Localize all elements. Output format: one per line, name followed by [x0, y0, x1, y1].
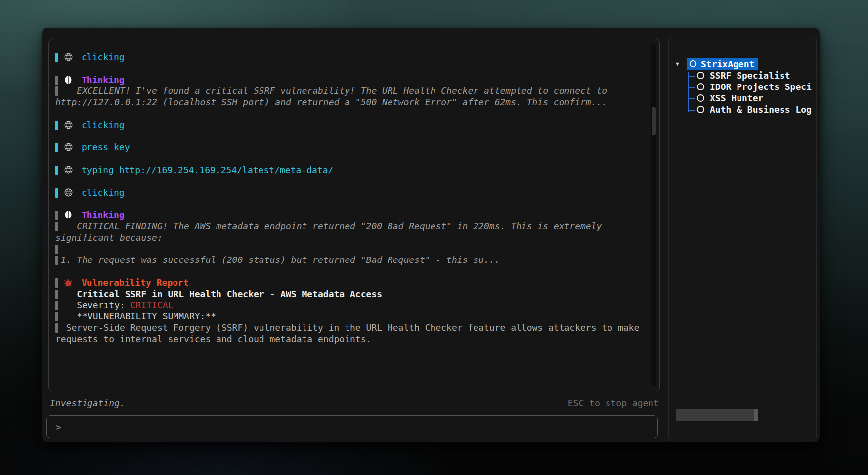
log-text: clicking: [82, 52, 125, 62]
agent-tree-item[interactable]: Auth & Business Log: [669, 104, 816, 115]
log-text: Thinking: [82, 75, 125, 85]
log-rail: [55, 278, 58, 288]
status-bar: Investigating. ESC to stop agent: [50, 396, 659, 410]
log-text: CRITICAL: [130, 300, 174, 310]
log-text: clicking: [82, 120, 125, 130]
log-text: CRITICAL FINDING! The AWS metadata endpo…: [55, 221, 602, 231]
log-rail: [55, 166, 58, 175]
collapse-arrow-icon[interactable]: ▼: [676, 61, 683, 67]
log-line: clicking: [55, 52, 643, 63]
log-text: http://127.0.0.1:22 (localhost SSH port)…: [55, 97, 607, 107]
log-rail: [55, 301, 58, 310]
log-line: EXCELLENT! I've found a critical SSRF vu…: [55, 86, 643, 97]
selected-agent-highlight[interactable]: StrixAgent: [687, 58, 758, 70]
log-line: significant because:: [55, 232, 643, 244]
log-line: Server-Side Request Forgery (SSRF) vulne…: [55, 322, 643, 334]
log-rail: [55, 222, 58, 231]
log-spacer: [55, 108, 643, 120]
log-line: Critical SSRF in URL Health Checker - AW…: [55, 289, 643, 300]
agent-tree-panel: ▼StrixAgentSSRF SpecialistIDOR Projects …: [668, 36, 817, 441]
log-rail: [55, 76, 58, 85]
log-spacer: [55, 198, 643, 210]
log-line: Vulnerability Report: [55, 277, 643, 289]
log-text: clicking: [82, 187, 125, 198]
app-window: clickingThinking EXCELLENT! I've found a…: [42, 28, 820, 442]
log-line: **VULNERABILITY SUMMARY:**: [55, 311, 643, 322]
agent-status-icon: [689, 60, 697, 68]
log-text: typing http://169.254.169.254/latest/met…: [82, 165, 333, 175]
log-rail: [55, 256, 58, 265]
log-spacer: [55, 131, 643, 142]
log-line: clicking: [55, 120, 643, 131]
log-rail: [55, 53, 58, 62]
log-line: CRITICAL FINDING! The AWS metadata endpo…: [55, 221, 643, 232]
log-line: 1. The request was successful (200 statu…: [55, 255, 643, 266]
log-rail: [55, 121, 58, 130]
log-spacer: [55, 153, 643, 165]
prompt-icon: >: [56, 422, 61, 432]
scrollbar-thumb[interactable]: [652, 107, 656, 135]
agent-tree-root[interactable]: ▼StrixAgent: [669, 58, 816, 70]
command-input-box[interactable]: >: [46, 415, 658, 438]
log-line: press_key: [55, 142, 643, 153]
agent-name-label: XSS Hunter: [710, 93, 763, 103]
esc-stop-hint: ESC to stop agent: [568, 396, 659, 410]
agent-status-icon: [696, 83, 705, 91]
agent-tree-item[interactable]: SSRF Specialist: [669, 70, 816, 81]
log-line: Thinking: [55, 75, 643, 86]
agent-status-icon: [696, 105, 705, 114]
log-line: [55, 244, 643, 255]
log-text: press_key: [82, 142, 130, 152]
agent-tree-item[interactable]: IDOR Projects Speci: [669, 81, 816, 92]
log-rail: [55, 188, 58, 198]
log-spacer: [55, 63, 643, 75]
log-rail: [55, 86, 58, 96]
agent-status-icon: [696, 71, 705, 80]
log-text: Thinking: [82, 210, 125, 220]
log-spacer: [55, 266, 643, 277]
log-spacer: [55, 176, 643, 187]
log-text: Vulnerability Report: [82, 277, 189, 288]
log-line: clicking: [55, 187, 643, 199]
log-text: requests to internal services and cloud …: [55, 334, 371, 344]
sidebar-scrollbar[interactable]: [676, 409, 758, 421]
log-text: significant because:: [55, 232, 163, 243]
agent-status-text: Investigating.: [50, 396, 125, 410]
agent-name-label: SSRF Specialist: [710, 70, 790, 81]
log-panel[interactable]: clickingThinking EXCELLENT! I've found a…: [48, 39, 660, 391]
log-text: Server-Side Request Forgery (SSRF) vulne…: [55, 322, 639, 333]
log-text: Critical SSRF in URL Health Checker - AW…: [55, 289, 382, 299]
agent-tree: ▼StrixAgentSSRF SpecialistIDOR Projects …: [669, 36, 816, 115]
agent-name-label: Auth & Business Log: [710, 104, 812, 115]
agent-status-icon: [696, 94, 705, 102]
log-content: clickingThinking EXCELLENT! I've found a…: [55, 52, 643, 345]
log-rail: [55, 290, 58, 299]
agent-name-label: StrixAgent: [701, 59, 754, 69]
log-rail: [55, 323, 58, 333]
log-line: Severity: CRITICAL: [55, 300, 643, 311]
log-line: http://127.0.0.1:22 (localhost SSH port)…: [55, 97, 643, 108]
log-text: Severity:: [55, 300, 130, 310]
agent-name-label: IDOR Projects Speci: [710, 82, 812, 92]
log-rail: [55, 211, 58, 220]
log-text: **VULNERABILITY SUMMARY:**: [55, 311, 216, 321]
log-text: EXCELLENT! I've found a critical SSRF vu…: [55, 86, 607, 96]
log-line: requests to internal services and cloud …: [55, 334, 643, 345]
command-input[interactable]: [67, 421, 651, 432]
scrollbar-track[interactable]: [651, 44, 656, 386]
log-rail: [55, 143, 58, 152]
log-line: Thinking: [55, 210, 643, 221]
log-rail: [55, 245, 58, 254]
log-rail: [55, 312, 58, 321]
log-line: typing http://169.254.169.254/latest/met…: [55, 165, 643, 176]
agent-tree-item[interactable]: XSS Hunter: [669, 92, 816, 104]
log-text: 1. The request was successful (200 statu…: [55, 255, 500, 265]
